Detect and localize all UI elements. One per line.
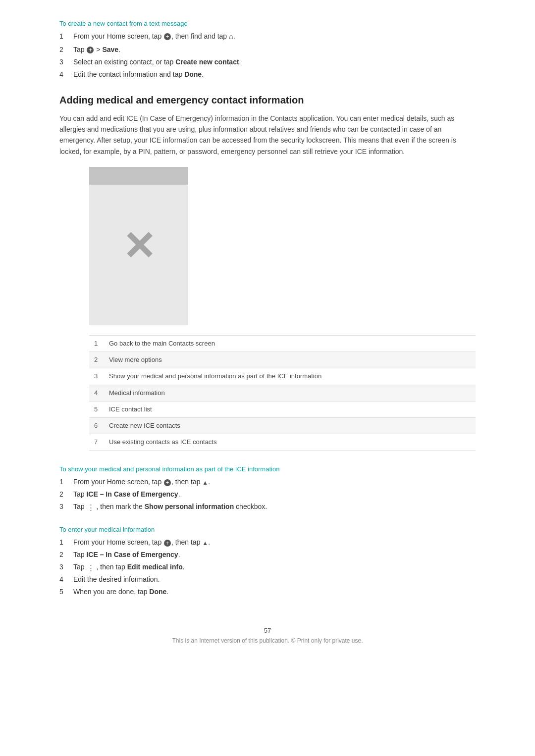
apps-icon-2 (87, 47, 94, 53)
screenshot-image: ✕ (89, 167, 188, 325)
intro-step-1: 1 From your Home screen, tap , then find… (59, 31, 476, 43)
intro-heading: To create a new contact from a text mess… (59, 20, 476, 27)
enter-medical-step-3: 3 Tap ⋮, then tap Edit medical info. (59, 562, 476, 572)
intro-step-4: 4 Edit the contact information and tap D… (59, 69, 476, 80)
show-medical-step-1: 1 From your Home screen, tap , then tap … (59, 477, 476, 487)
callout-text-4: Medical information (104, 385, 476, 401)
menu-icon-2: ⋮ (87, 564, 95, 571)
callout-num-6: 6 (89, 418, 104, 434)
callout-row-2: 2 View more options (89, 352, 476, 368)
callout-row-1: 1 Go back to the main Contacts screen (89, 336, 476, 352)
enter-medical-step-5: 5 When you are done, tap Done. (59, 587, 476, 597)
page-number: 57 (59, 627, 476, 634)
callout-row-3: 3 Show your medical and personal informa… (89, 368, 476, 385)
enter-medical-step-4: 4 Edit the desired information. (59, 574, 476, 585)
show-medical-section: To show your medical and personal inform… (59, 465, 476, 512)
show-medical-heading: To show your medical and personal inform… (59, 465, 476, 473)
callout-num-7: 7 (89, 434, 104, 451)
callout-num-5: 5 (89, 401, 104, 417)
intro-step-2: 2 Tap > Save. (59, 45, 476, 55)
footer-text: This is an Internet version of this publ… (59, 637, 476, 644)
screenshot-topbar (89, 167, 188, 185)
apps-icon-4 (164, 540, 171, 547)
apps-icon (164, 33, 171, 40)
enter-medical-steps: 1 From your Home screen, tap , then tap … (59, 537, 476, 597)
callout-row-4: 4 Medical information (89, 385, 476, 401)
intro-section: To create a new contact from a text mess… (59, 20, 476, 80)
menu-icon: ⋮ (87, 504, 95, 511)
callout-text-7: Use existing contacts as ICE contacts (104, 434, 476, 451)
callout-num-3: 3 (89, 368, 104, 385)
enter-medical-heading: To enter your medical information (59, 526, 476, 533)
apps-icon-3 (164, 479, 171, 486)
callout-text-3: Show your medical and personal informati… (104, 368, 476, 385)
callout-row-5: 5 ICE contact list (89, 401, 476, 417)
callout-table: 1 Go back to the main Contacts screen 2 … (89, 335, 476, 451)
screenshot-x-icon: ✕ (122, 223, 156, 269)
main-section-heading: Adding medical and emergency contact inf… (59, 95, 476, 106)
callout-text-2: View more options (104, 352, 476, 368)
enter-medical-step-2: 2 Tap ICE – In Case of Emergency. (59, 550, 476, 560)
show-medical-step-3: 3 Tap ⋮, then mark the Show personal inf… (59, 502, 476, 512)
callout-text-1: Go back to the main Contacts screen (104, 336, 476, 352)
main-body-text: You can add and edit ICE (In Case of Eme… (59, 113, 476, 157)
enter-medical-step-1: 1 From your Home screen, tap , then tap … (59, 537, 476, 548)
callout-text-5: ICE contact list (104, 401, 476, 417)
page-footer: 57 This is an Internet version of this p… (59, 627, 476, 644)
callout-num-1: 1 (89, 336, 104, 352)
callout-row-7: 7 Use existing contacts as ICE contacts (89, 434, 476, 451)
callout-text-6: Create new ICE contacts (104, 418, 476, 434)
show-medical-steps: 1 From your Home screen, tap , then tap … (59, 477, 476, 512)
callout-num-2: 2 (89, 352, 104, 368)
enter-medical-section: To enter your medical information 1 From… (59, 526, 476, 597)
callout-row-6: 6 Create new ICE contacts (89, 418, 476, 434)
callout-num-4: 4 (89, 385, 104, 401)
show-medical-step-2: 2 Tap ICE – In Case of Emergency. (59, 489, 476, 500)
intro-steps: 1 From your Home screen, tap , then find… (59, 31, 476, 80)
intro-step-3: 3 Select an existing contact, or tap Cre… (59, 57, 476, 67)
